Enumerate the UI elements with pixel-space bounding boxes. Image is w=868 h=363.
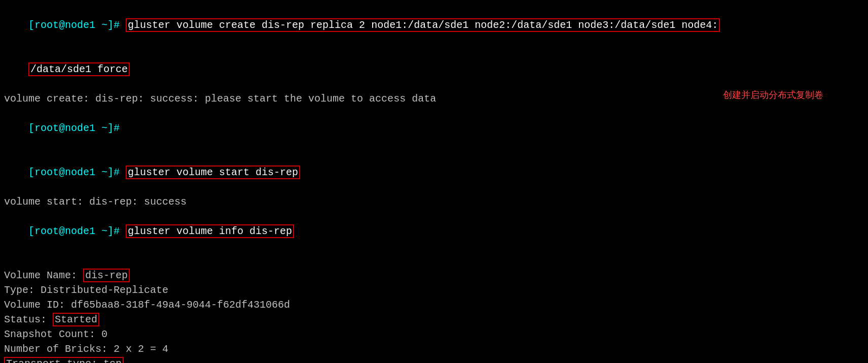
prompt-line-3: [root@node1 ~]# [4,106,864,150]
command-create: gluster volume create dis-rep replica 2 … [126,18,720,32]
annotation-text: 创建并启动分布式复制卷 [723,88,823,102]
volume-name-line: Volume Name: dis-rep [4,268,864,283]
prompt-6: [root@node1 ~]# [28,225,126,237]
prompt-3: [root@node1 ~]# [28,122,120,134]
volume-name-value: dis-rep [83,269,130,282]
bricks-count-line: Number of Bricks: 2 x 2 = 4 [4,342,864,356]
blank-line [4,253,864,268]
command-info: gluster volume info dis-rep [126,224,294,238]
status-line: Status: Started [4,312,864,327]
command-line-1b: /data/sde1 force [4,47,864,91]
command-line-6: [root@node1 ~]# gluster volume info dis-… [4,209,864,253]
command-start: gluster volume start dis-rep [126,166,300,179]
status-value: Started [53,313,99,326]
output-start-success: volume start: dis-rep: success [4,194,864,209]
command-line-4: [root@node1 ~]# gluster volume start dis… [4,150,864,194]
prompt-4: [root@node1 ~]# [28,167,126,178]
volume-id-line: Volume ID: df65baa8-318f-49a4-9044-f62df… [4,298,864,312]
snapshot-line: Snapshot Count: 0 [4,327,864,342]
command-line-1: [root@node1 ~]# gluster volume create di… [4,3,864,47]
prompt-1: [root@node1 ~]# [28,19,126,31]
type-line: Type: Distributed-Replicate [4,283,864,298]
terminal: [root@node1 ~]# gluster volume create di… [4,3,864,363]
transport-line: Transport-type: tcp [4,356,864,363]
command-create-cont: /data/sde1 force [28,62,130,76]
transport-value: Transport-type: tcp [4,357,124,363]
